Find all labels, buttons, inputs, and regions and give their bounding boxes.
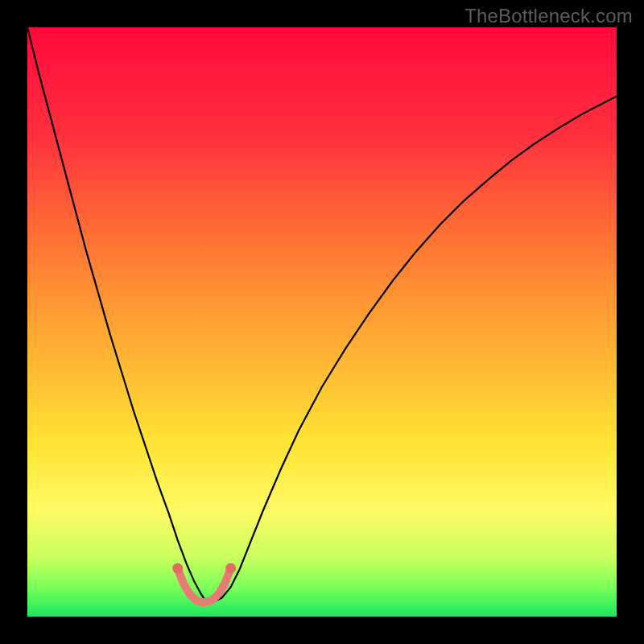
plot-area <box>27 27 617 617</box>
valley-dot <box>172 563 183 573</box>
valley-dot <box>225 563 236 573</box>
bottleneck-curve <box>27 27 617 602</box>
chart-frame: TheBottleneck.com <box>0 0 644 644</box>
watermark-label: TheBottleneck.com <box>464 5 633 27</box>
curve-layer <box>27 27 617 617</box>
